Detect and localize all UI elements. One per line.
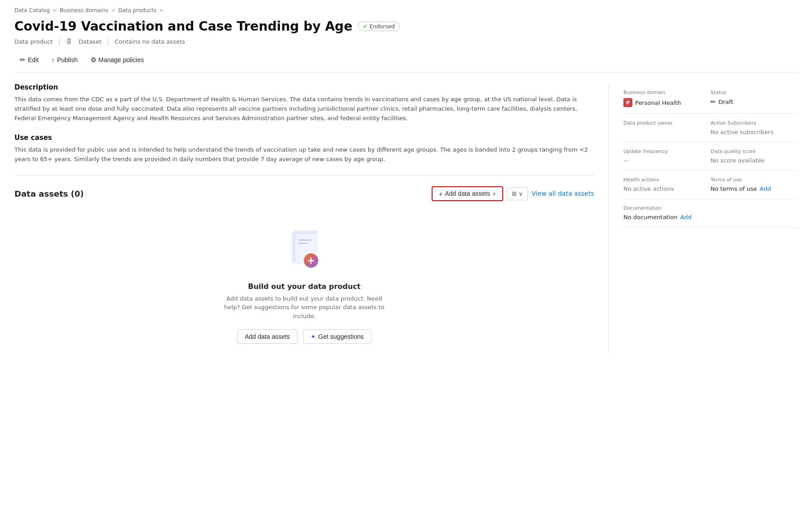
page-title-row: Covid-19 Vaccination and Case Trending b… bbox=[14, 19, 798, 34]
meta-type: Data product bbox=[14, 38, 53, 45]
update-frequency-value: -- bbox=[623, 157, 711, 164]
grid-icon: ⊞ bbox=[512, 190, 517, 197]
terms-of-use-add-link[interactable]: Add bbox=[760, 185, 771, 192]
data-product-owner-label: Data product owner bbox=[623, 120, 711, 126]
meta-row: Data product | 🗄 Dataset | Contains no d… bbox=[14, 37, 798, 46]
chevron-down-icon: ∨ bbox=[492, 191, 496, 197]
endorsed-badge: ✔ Endorsed bbox=[358, 22, 400, 31]
documentation-add-link[interactable]: Add bbox=[680, 214, 691, 220]
active-subscribers-label: Active Subscribers bbox=[711, 120, 798, 126]
plus-icon: + bbox=[439, 190, 443, 198]
health-actions-text: No active actions bbox=[623, 185, 674, 192]
sidebar: Business domain P Personal Health Status… bbox=[609, 83, 798, 353]
get-suggestions-button[interactable]: ✦ Get suggestions bbox=[303, 329, 371, 344]
breadcrumb-sep-1: > bbox=[53, 7, 57, 14]
business-domain-text: Personal Health bbox=[635, 99, 681, 106]
svg-text:+: + bbox=[307, 255, 315, 266]
endorsed-label: Endorsed bbox=[370, 23, 395, 30]
terms-of-use-text: No terms of use bbox=[711, 185, 757, 192]
manage-policies-button[interactable]: ⚙ Manage policies bbox=[85, 53, 149, 67]
description-title: Description bbox=[14, 83, 594, 91]
use-cases-section: Use cases This data is provided for publ… bbox=[14, 134, 594, 164]
data-quality-score-label: Data quality score bbox=[711, 148, 798, 154]
status-text: Draft bbox=[718, 99, 733, 105]
meta-sep-2: | bbox=[107, 37, 109, 46]
draft-icon: ✏ bbox=[711, 98, 716, 105]
update-frequency-label: Update frequency bbox=[623, 148, 711, 154]
update-frequency-text: -- bbox=[623, 157, 627, 164]
empty-state-illustration: + bbox=[282, 228, 327, 273]
suggestions-label: Get suggestions bbox=[318, 333, 364, 340]
data-quality-score-text: No score available bbox=[711, 157, 765, 164]
manage-policies-icon: ⚙ bbox=[90, 56, 96, 64]
breadcrumb-business-domains[interactable]: Business domains bbox=[60, 7, 108, 14]
sidebar-health-actions: Health actions No active actions bbox=[623, 171, 711, 199]
breadcrumb-data-catalog[interactable]: Data Catalog bbox=[14, 7, 50, 14]
status-label: Status bbox=[711, 90, 798, 95]
sidebar-data-product-owner: Data product owner bbox=[623, 114, 711, 142]
publish-button[interactable]: ↑ Publish bbox=[46, 54, 83, 67]
page-title: Covid-19 Vaccination and Case Trending b… bbox=[14, 19, 352, 34]
sidebar-update-frequency: Update frequency -- bbox=[623, 142, 711, 171]
edit-label: Edit bbox=[28, 56, 39, 63]
empty-add-data-assets-button[interactable]: Add data assets bbox=[237, 329, 298, 344]
svg-rect-4 bbox=[298, 243, 308, 244]
breadcrumb-sep-3: > bbox=[159, 7, 164, 14]
health-actions-label: Health actions bbox=[623, 177, 711, 183]
meta-sep-1: | bbox=[58, 37, 60, 46]
empty-state-description: Add data assets to build out your data p… bbox=[223, 294, 385, 321]
use-cases-title: Use cases bbox=[14, 134, 594, 142]
endorsed-check-icon: ✔ bbox=[363, 23, 368, 30]
health-actions-value: No active actions bbox=[623, 185, 711, 192]
empty-state: + Build out your data product Add data a… bbox=[14, 210, 594, 353]
manage-policies-label: Manage policies bbox=[99, 56, 144, 63]
edit-button[interactable]: ✏ Edit bbox=[14, 53, 44, 67]
empty-state-title: Build out your data product bbox=[248, 282, 361, 291]
sparkle-icon: ✦ bbox=[311, 333, 316, 340]
use-cases-body: This data is provided for public use and… bbox=[14, 145, 594, 164]
data-assets-header: Data assets (0) + Add data assets ∨ ⊞ ∨ … bbox=[14, 186, 594, 201]
toolbar: ✏ Edit ↑ Publish ⚙ Manage policies bbox=[14, 53, 798, 72]
sidebar-business-domain: Business domain P Personal Health bbox=[623, 83, 711, 114]
svg-rect-3 bbox=[298, 239, 311, 241]
add-data-assets-label: Add data assets bbox=[445, 190, 490, 197]
sidebar-data-quality-score: Data quality score No score available bbox=[711, 142, 798, 171]
sidebar-documentation: Documentation No documentation Add bbox=[623, 199, 798, 227]
breadcrumb-data-products[interactable]: Data products bbox=[118, 7, 157, 14]
business-domain-label: Business domain bbox=[623, 90, 711, 95]
meta-subtype: Dataset bbox=[79, 38, 102, 45]
empty-state-actions: Add data assets ✦ Get suggestions bbox=[237, 329, 372, 344]
main-content: Description This data comes from the CDC… bbox=[14, 83, 594, 353]
data-quality-score-value: No score available bbox=[711, 157, 798, 164]
publish-icon: ↑ bbox=[51, 56, 55, 64]
business-domain-value: P Personal Health bbox=[623, 98, 711, 107]
terms-of-use-value: No terms of use Add bbox=[711, 185, 798, 192]
section-divider bbox=[14, 175, 594, 176]
breadcrumb-sep-2: > bbox=[111, 7, 116, 14]
grid-view-toggle[interactable]: ⊞ ∨ bbox=[507, 187, 528, 200]
data-assets-count: (0) bbox=[71, 189, 84, 198]
sidebar-active-subscribers: Active Subscribers No active subscribers bbox=[711, 114, 798, 142]
documentation-text: No documentation bbox=[623, 214, 677, 220]
breadcrumb: Data Catalog > Business domains > Data p… bbox=[14, 7, 798, 14]
terms-of-use-label: Terms of use bbox=[711, 177, 798, 183]
add-data-assets-button[interactable]: + Add data assets ∨ bbox=[432, 186, 503, 201]
view-all-link[interactable]: View all data assets bbox=[532, 190, 594, 197]
sidebar-grid: Business domain P Personal Health Status… bbox=[623, 83, 798, 227]
domain-badge: P bbox=[623, 98, 632, 107]
grid-chevron-icon: ∨ bbox=[519, 190, 523, 197]
content-layout: Description This data comes from the CDC… bbox=[14, 83, 798, 353]
active-subscribers-text: No active subscribers bbox=[711, 129, 774, 135]
data-assets-title: Data assets bbox=[14, 189, 68, 198]
documentation-label: Documentation bbox=[623, 205, 798, 211]
documentation-value: No documentation Add bbox=[623, 214, 798, 220]
sidebar-status: Status ✏ Draft bbox=[711, 83, 798, 114]
description-body: This data comes from the CDC as a part o… bbox=[14, 95, 594, 123]
active-subscribers-value: No active subscribers bbox=[711, 129, 798, 135]
status-value: ✏ Draft bbox=[711, 98, 798, 105]
data-assets-actions: + Add data assets ∨ ⊞ ∨ View all data as… bbox=[432, 186, 594, 201]
sidebar-terms-of-use: Terms of use No terms of use Add bbox=[711, 171, 798, 199]
edit-icon: ✏ bbox=[20, 56, 26, 64]
meta-icon-dataset: 🗄 bbox=[66, 38, 72, 45]
publish-label: Publish bbox=[57, 56, 78, 63]
